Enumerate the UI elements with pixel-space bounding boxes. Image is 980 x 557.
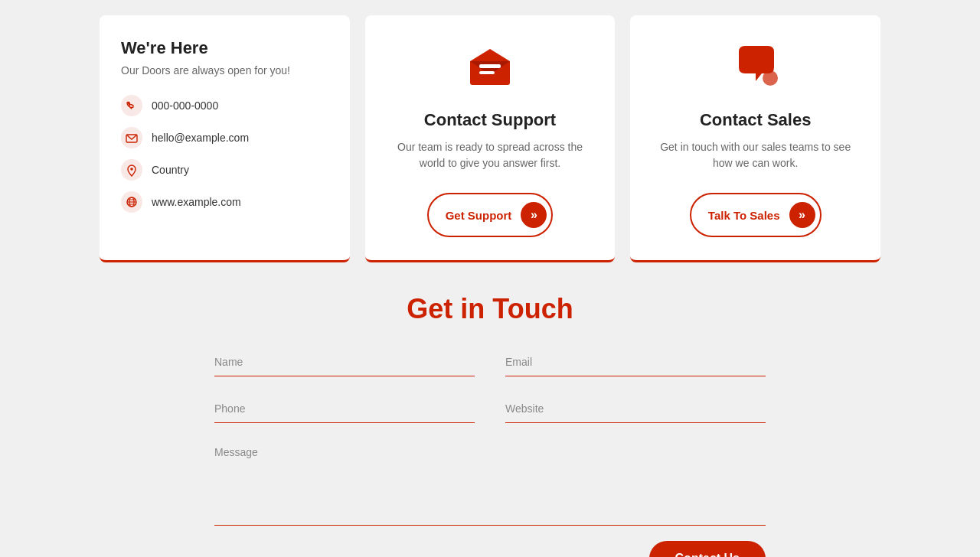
contact-globe: www.example.com	[121, 191, 328, 213]
card-we-here-subtitle: Our Doors are always open for you!	[121, 64, 328, 77]
contact-email: hello@example.com	[121, 127, 328, 148]
page-wrapper: We're Here Our Doors are always open for…	[0, 0, 980, 557]
svg-point-4	[130, 168, 133, 171]
contact-phone: 000-000-0000	[121, 95, 328, 116]
sales-icon-container	[728, 38, 783, 96]
website-input[interactable]	[505, 399, 766, 418]
globe-icon	[121, 191, 142, 213]
email-input[interactable]	[505, 353, 766, 371]
form-section: Get in Touch Message Contact Us	[100, 293, 880, 557]
card-support-subtitle: Our team is ready to spread across the w…	[387, 139, 594, 171]
card-sales-subtitle: Get in touch with our sales teams to see…	[652, 139, 859, 171]
website-field-wrapper	[505, 399, 766, 423]
svg-rect-11	[479, 64, 501, 68]
name-field-wrapper	[214, 353, 475, 376]
get-support-button[interactable]: Get Support »	[427, 193, 554, 237]
get-support-label: Get Support	[446, 209, 512, 222]
card-we-here-title: We're Here	[121, 38, 328, 58]
svg-point-13	[763, 70, 778, 86]
svg-point-1	[121, 127, 142, 148]
talk-to-sales-arrow-icon: »	[789, 202, 815, 228]
phone-value: 000-000-0000	[152, 99, 218, 112]
location-icon	[121, 159, 142, 181]
message-textarea[interactable]	[214, 464, 766, 526]
chat-bubbles-icon	[728, 38, 783, 93]
message-label: Message	[214, 446, 766, 458]
card-support-title: Contact Support	[424, 110, 556, 130]
email-open-icon	[462, 38, 518, 93]
cards-section: We're Here Our Doors are always open for…	[100, 15, 880, 262]
email-value: hello@example.com	[152, 132, 249, 144]
name-input[interactable]	[214, 353, 475, 371]
card-we-here: We're Here Our Doors are always open for…	[100, 15, 350, 262]
card-sales-title: Contact Sales	[700, 110, 812, 130]
svg-rect-12	[479, 71, 495, 74]
contact-us-button[interactable]: Contact Us	[649, 541, 766, 557]
phone-field-wrapper	[214, 399, 475, 423]
email-icon	[121, 127, 142, 148]
svg-point-0	[121, 95, 142, 116]
card-contact-support: Contact Support Our team is ready to spr…	[365, 15, 616, 262]
contact-location: Country	[121, 159, 328, 181]
form-grid	[214, 353, 766, 423]
form-title: Get in Touch	[100, 293, 880, 325]
contact-info-list: 000-000-0000 hello@example.com	[121, 95, 328, 213]
message-area: Message	[214, 446, 766, 529]
talk-to-sales-label: Talk To Sales	[708, 209, 780, 222]
phone-icon	[121, 95, 142, 116]
email-field-wrapper	[505, 353, 766, 376]
card-contact-sales: Contact Sales Get in touch with our sale…	[630, 15, 880, 262]
support-icon-container	[462, 38, 518, 96]
phone-input[interactable]	[214, 399, 475, 418]
talk-to-sales-button[interactable]: Talk To Sales »	[690, 193, 822, 237]
form-submit-row: Contact Us	[214, 541, 766, 557]
globe-value: www.example.com	[152, 196, 241, 208]
get-support-arrow-icon: »	[521, 202, 547, 228]
location-value: Country	[152, 164, 189, 176]
